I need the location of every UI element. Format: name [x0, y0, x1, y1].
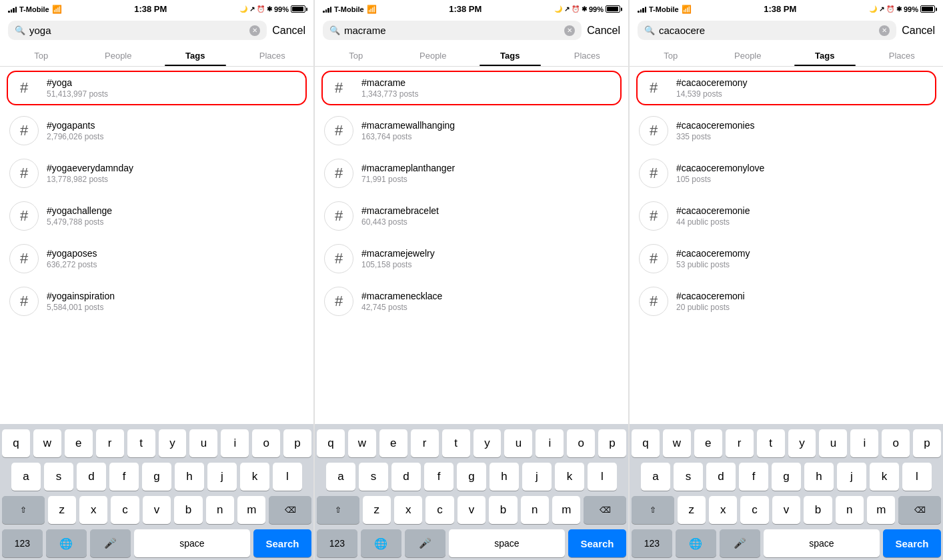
list-item[interactable]: # #macramewallhanging 163,764 posts: [315, 109, 628, 152]
cancel-button[interactable]: Cancel: [587, 25, 620, 37]
key-g[interactable]: g: [142, 463, 171, 491]
search-key[interactable]: Search: [883, 529, 941, 557]
tab-people[interactable]: People: [395, 44, 472, 66]
key-t[interactable]: t: [757, 429, 785, 457]
cancel-button[interactable]: Cancel: [272, 25, 305, 37]
key-s[interactable]: s: [674, 463, 703, 491]
microphone-key[interactable]: 🎤: [405, 529, 445, 557]
tab-places[interactable]: Places: [234, 44, 311, 66]
key-a[interactable]: a: [326, 463, 355, 491]
search-key[interactable]: Search: [568, 529, 626, 557]
key-c[interactable]: c: [111, 496, 139, 524]
key-g[interactable]: g: [772, 463, 801, 491]
shift-key[interactable]: ⇧: [2, 496, 45, 524]
list-item[interactable]: # #macramebracelet 60,443 posts: [315, 195, 628, 237]
key-u[interactable]: u: [819, 429, 847, 457]
search-clear-button[interactable]: ✕: [879, 25, 890, 36]
key-r[interactable]: r: [726, 429, 754, 457]
key-j[interactable]: j: [207, 463, 237, 491]
list-item[interactable]: # #yogainspiration 5,584,001 posts: [0, 280, 313, 323]
key-h[interactable]: h: [804, 463, 834, 491]
key-y[interactable]: y: [788, 429, 816, 457]
key-s[interactable]: s: [359, 463, 388, 491]
key-n[interactable]: n: [521, 496, 549, 524]
tab-top[interactable]: Top: [3, 44, 80, 66]
key-l[interactable]: l: [273, 463, 302, 491]
search-clear-button[interactable]: ✕: [249, 25, 260, 36]
list-item[interactable]: # #macrameplanthanger 71,991 posts: [315, 152, 628, 195]
key-u[interactable]: u: [189, 429, 217, 457]
key-z[interactable]: z: [363, 496, 391, 524]
key-h[interactable]: h: [175, 463, 204, 491]
tab-tags[interactable]: Tags: [157, 44, 234, 66]
key-f[interactable]: f: [739, 463, 768, 491]
list-item[interactable]: # #macramejewelry 105,158 posts: [315, 237, 628, 280]
cancel-button[interactable]: Cancel: [902, 25, 935, 37]
list-item[interactable]: # #macramenecklace 42,745 posts: [315, 280, 628, 323]
key-i[interactable]: i: [221, 429, 249, 457]
key-q[interactable]: q: [317, 429, 345, 457]
key-h[interactable]: h: [490, 463, 519, 491]
key-s[interactable]: s: [44, 463, 73, 491]
tab-top[interactable]: Top: [317, 44, 395, 66]
space-key[interactable]: space: [764, 529, 880, 557]
key-l[interactable]: l: [902, 463, 932, 491]
shift-key[interactable]: ⇧: [317, 496, 359, 524]
key-v[interactable]: v: [457, 496, 486, 524]
key-b[interactable]: b: [489, 496, 517, 524]
key-i[interactable]: i: [536, 429, 564, 457]
key-x[interactable]: x: [394, 496, 422, 524]
key-v[interactable]: v: [772, 496, 800, 524]
key-e[interactable]: e: [694, 429, 722, 457]
delete-key[interactable]: ⌫: [584, 496, 626, 524]
microphone-key[interactable]: 🎤: [90, 529, 131, 557]
key-t[interactable]: t: [442, 429, 470, 457]
key-a[interactable]: a: [641, 463, 670, 491]
delete-key[interactable]: ⌫: [898, 496, 941, 524]
search-input-wrapper[interactable]: 🔍 yoga ✕: [8, 21, 267, 40]
key-f[interactable]: f: [109, 463, 139, 491]
key-m[interactable]: m: [237, 496, 265, 524]
key-v[interactable]: v: [143, 496, 171, 524]
space-key[interactable]: space: [449, 529, 565, 557]
key-j[interactable]: j: [522, 463, 552, 491]
globe-key[interactable]: 🌐: [46, 529, 87, 557]
key-t[interactable]: t: [127, 429, 155, 457]
number-key[interactable]: 123: [632, 529, 672, 557]
key-y[interactable]: y: [159, 429, 187, 457]
key-w[interactable]: w: [348, 429, 376, 457]
key-d[interactable]: d: [391, 463, 421, 491]
key-q[interactable]: q: [2, 429, 30, 457]
key-z[interactable]: z: [48, 496, 76, 524]
microphone-key[interactable]: 🎤: [720, 529, 760, 557]
list-item[interactable]: # #yogachallenge 5,479,788 posts: [0, 195, 313, 237]
number-key[interactable]: 123: [317, 529, 357, 557]
key-o[interactable]: o: [252, 429, 280, 457]
key-c[interactable]: c: [740, 496, 768, 524]
key-p[interactable]: p: [913, 429, 941, 457]
key-m[interactable]: m: [867, 496, 895, 524]
key-g[interactable]: g: [457, 463, 486, 491]
tab-top[interactable]: Top: [632, 44, 710, 66]
space-key[interactable]: space: [134, 529, 250, 557]
search-key[interactable]: Search: [253, 529, 311, 557]
key-o[interactable]: o: [882, 429, 910, 457]
list-item[interactable]: # #yogaeverydamnday 13,778,982 posts: [0, 152, 313, 195]
key-p[interactable]: p: [283, 429, 311, 457]
key-r[interactable]: r: [96, 429, 124, 457]
delete-key[interactable]: ⌫: [269, 496, 311, 524]
key-j[interactable]: j: [837, 463, 866, 491]
key-l[interactable]: l: [588, 463, 617, 491]
key-k[interactable]: k: [240, 463, 269, 491]
tab-people[interactable]: People: [80, 44, 157, 66]
tab-people[interactable]: People: [710, 44, 787, 66]
key-n[interactable]: n: [206, 496, 234, 524]
key-n[interactable]: n: [836, 496, 864, 524]
key-y[interactable]: y: [474, 429, 502, 457]
search-input-wrapper[interactable]: 🔍 cacaocere ✕: [638, 21, 896, 40]
globe-key[interactable]: 🌐: [676, 529, 716, 557]
key-e[interactable]: e: [379, 429, 407, 457]
list-item[interactable]: # #cacaoceremonies 335 posts: [630, 109, 943, 152]
list-item[interactable]: # #yogapants 2,796,026 posts: [0, 109, 313, 152]
key-m[interactable]: m: [552, 496, 580, 524]
